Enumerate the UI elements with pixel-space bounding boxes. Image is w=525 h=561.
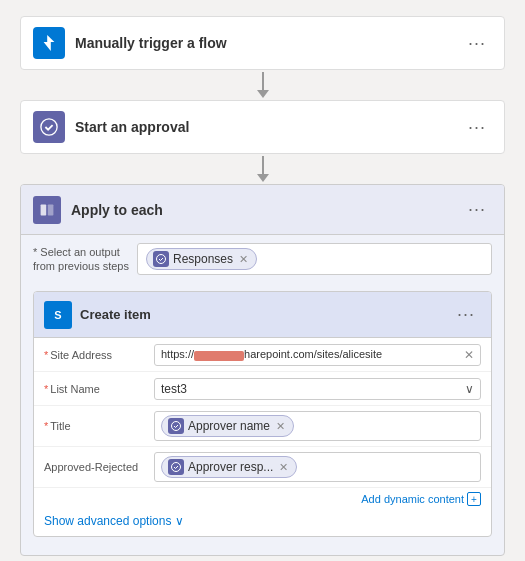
list-name-label: *List Name [44, 383, 154, 395]
apply-each-icon [33, 196, 61, 224]
svg-point-3 [156, 255, 165, 264]
approver-resp-token[interactable]: Approver resp... ✕ [161, 456, 297, 478]
site-address-text: https://harepoint.com/sites/alicesite [161, 348, 382, 360]
create-item-menu[interactable]: ··· [451, 300, 481, 329]
trigger-title: Manually trigger a flow [75, 35, 462, 51]
approver-name-token[interactable]: Approver name ✕ [161, 415, 294, 437]
approver-name-label: Approver name [188, 419, 270, 433]
inner-spacer [21, 545, 504, 555]
create-item-header: S Create item ··· [34, 292, 491, 338]
responses-label: Responses [173, 252, 233, 266]
approval-menu[interactable]: ··· [462, 113, 492, 142]
approver-resp-label: Approver resp... [188, 460, 273, 474]
trigger-icon [33, 27, 65, 59]
approver-name-close[interactable]: ✕ [276, 420, 285, 433]
responses-token[interactable]: Responses ✕ [146, 248, 257, 270]
approval-title: Start an approval [75, 119, 462, 135]
responses-icon [153, 251, 169, 267]
apply-each-container: Apply to each ··· * Select an outputfrom… [20, 184, 505, 556]
apply-each-header: Apply to each ··· [21, 185, 504, 235]
site-address-label: *Site Address [44, 349, 154, 361]
approver-resp-icon [168, 459, 184, 475]
add-dynamic-row: Add dynamic content + [34, 488, 491, 508]
connector-2 [257, 156, 269, 182]
svg-rect-2 [48, 204, 54, 215]
trigger-card: Manually trigger a flow ··· [20, 16, 505, 70]
approver-name-icon [168, 418, 184, 434]
show-advanced-label: Show advanced options [44, 514, 171, 528]
approved-rejected-value[interactable]: Approver resp... ✕ [154, 452, 481, 482]
create-item-card: S Create item ··· *Site Address https://… [33, 291, 492, 537]
list-name-text: test3 [161, 382, 187, 396]
responses-close[interactable]: ✕ [239, 253, 248, 266]
title-value[interactable]: Approver name ✕ [154, 411, 481, 441]
site-address-value[interactable]: https://harepoint.com/sites/alicesite ✕ [154, 344, 481, 366]
approval-icon [33, 111, 65, 143]
select-output-label: * Select an outputfrom previous steps [33, 245, 129, 274]
svg-point-0 [41, 119, 57, 135]
show-advanced-chevron: ∨ [175, 514, 184, 528]
add-dynamic-label[interactable]: Add dynamic content [361, 493, 464, 505]
select-output-row: * Select an outputfrom previous steps Re… [21, 235, 504, 283]
list-name-row: *List Name test3 ∨ [34, 372, 491, 406]
connector-1 [257, 72, 269, 98]
create-item-icon: S [44, 301, 72, 329]
add-dynamic-icon[interactable]: + [467, 492, 481, 506]
approval-card: Start an approval ··· [20, 100, 505, 154]
show-advanced-options[interactable]: Show advanced options ∨ [34, 508, 491, 536]
approved-rejected-row: Approved-Rejected Approver resp... ✕ [34, 447, 491, 488]
site-address-row: *Site Address https://harepoint.com/site… [34, 338, 491, 372]
site-address-clear[interactable]: ✕ [464, 348, 474, 362]
apply-each-title: Apply to each [71, 202, 462, 218]
list-name-dropdown[interactable]: ∨ [465, 382, 474, 396]
list-name-value[interactable]: test3 ∨ [154, 378, 481, 400]
title-label: *Title [44, 420, 154, 432]
apply-each-menu[interactable]: ··· [462, 195, 492, 224]
svg-point-5 [172, 463, 181, 472]
create-item-title: Create item [80, 307, 451, 322]
sp-logo: S [54, 309, 61, 321]
svg-point-4 [172, 422, 181, 431]
trigger-menu[interactable]: ··· [462, 29, 492, 58]
title-row: *Title Approver name ✕ [34, 406, 491, 447]
approved-rejected-label: Approved-Rejected [44, 461, 154, 473]
svg-rect-1 [41, 204, 47, 215]
approver-resp-close[interactable]: ✕ [279, 461, 288, 474]
